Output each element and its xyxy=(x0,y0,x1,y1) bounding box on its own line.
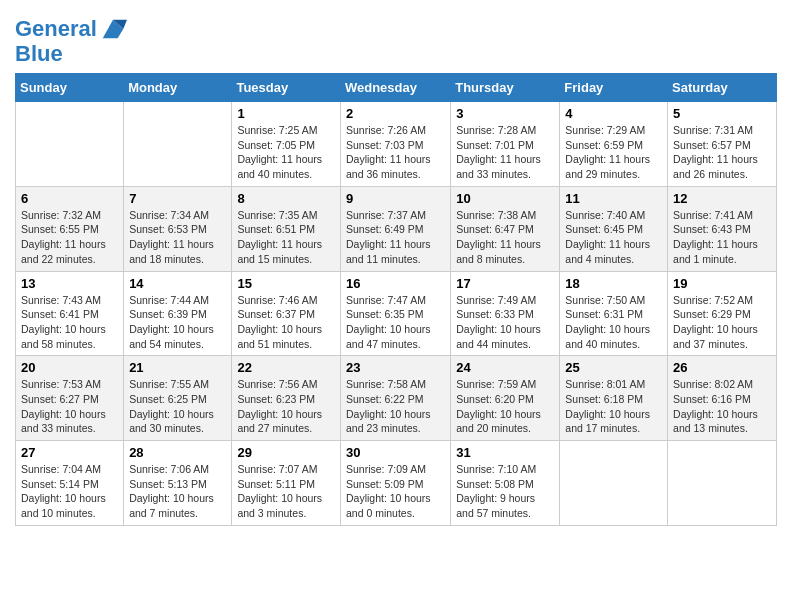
calendar-cell: 2Sunrise: 7:26 AM Sunset: 7:03 PM Daylig… xyxy=(340,102,450,187)
logo-icon xyxy=(99,15,127,43)
calendar-cell: 16Sunrise: 7:47 AM Sunset: 6:35 PM Dayli… xyxy=(340,271,450,356)
calendar-cell: 24Sunrise: 7:59 AM Sunset: 6:20 PM Dayli… xyxy=(451,356,560,441)
day-info: Sunrise: 7:40 AM Sunset: 6:45 PM Dayligh… xyxy=(565,208,662,267)
day-info: Sunrise: 7:52 AM Sunset: 6:29 PM Dayligh… xyxy=(673,293,771,352)
calendar-cell: 23Sunrise: 7:58 AM Sunset: 6:22 PM Dayli… xyxy=(340,356,450,441)
calendar-cell: 11Sunrise: 7:40 AM Sunset: 6:45 PM Dayli… xyxy=(560,186,668,271)
calendar-header-row: SundayMondayTuesdayWednesdayThursdayFrid… xyxy=(16,74,777,102)
calendar-cell xyxy=(668,441,777,526)
calendar-cell: 15Sunrise: 7:46 AM Sunset: 6:37 PM Dayli… xyxy=(232,271,341,356)
day-number: 12 xyxy=(673,191,771,206)
calendar-cell: 8Sunrise: 7:35 AM Sunset: 6:51 PM Daylig… xyxy=(232,186,341,271)
day-number: 5 xyxy=(673,106,771,121)
week-row: 6Sunrise: 7:32 AM Sunset: 6:55 PM Daylig… xyxy=(16,186,777,271)
calendar-cell: 18Sunrise: 7:50 AM Sunset: 6:31 PM Dayli… xyxy=(560,271,668,356)
day-number: 11 xyxy=(565,191,662,206)
header: General Blue xyxy=(15,10,777,65)
day-info: Sunrise: 7:28 AM Sunset: 7:01 PM Dayligh… xyxy=(456,123,554,182)
day-number: 18 xyxy=(565,276,662,291)
day-number: 6 xyxy=(21,191,118,206)
calendar-cell: 22Sunrise: 7:56 AM Sunset: 6:23 PM Dayli… xyxy=(232,356,341,441)
day-info: Sunrise: 7:38 AM Sunset: 6:47 PM Dayligh… xyxy=(456,208,554,267)
day-number: 30 xyxy=(346,445,445,460)
day-number: 21 xyxy=(129,360,226,375)
calendar-cell: 13Sunrise: 7:43 AM Sunset: 6:41 PM Dayli… xyxy=(16,271,124,356)
calendar-cell: 21Sunrise: 7:55 AM Sunset: 6:25 PM Dayli… xyxy=(124,356,232,441)
day-info: Sunrise: 7:53 AM Sunset: 6:27 PM Dayligh… xyxy=(21,377,118,436)
day-info: Sunrise: 7:07 AM Sunset: 5:11 PM Dayligh… xyxy=(237,462,335,521)
logo-blue-text: Blue xyxy=(15,43,63,65)
calendar-cell: 28Sunrise: 7:06 AM Sunset: 5:13 PM Dayli… xyxy=(124,441,232,526)
calendar-cell: 9Sunrise: 7:37 AM Sunset: 6:49 PM Daylig… xyxy=(340,186,450,271)
day-number: 15 xyxy=(237,276,335,291)
day-info: Sunrise: 7:31 AM Sunset: 6:57 PM Dayligh… xyxy=(673,123,771,182)
day-number: 19 xyxy=(673,276,771,291)
day-number: 14 xyxy=(129,276,226,291)
calendar-cell: 5Sunrise: 7:31 AM Sunset: 6:57 PM Daylig… xyxy=(668,102,777,187)
day-number: 31 xyxy=(456,445,554,460)
day-number: 28 xyxy=(129,445,226,460)
day-number: 10 xyxy=(456,191,554,206)
day-number: 9 xyxy=(346,191,445,206)
day-info: Sunrise: 7:46 AM Sunset: 6:37 PM Dayligh… xyxy=(237,293,335,352)
page: General Blue SundayMondayTuesdayWednesda… xyxy=(0,0,792,541)
day-number: 16 xyxy=(346,276,445,291)
day-info: Sunrise: 7:29 AM Sunset: 6:59 PM Dayligh… xyxy=(565,123,662,182)
calendar-cell: 30Sunrise: 7:09 AM Sunset: 5:09 PM Dayli… xyxy=(340,441,450,526)
day-number: 7 xyxy=(129,191,226,206)
column-header-saturday: Saturday xyxy=(668,74,777,102)
day-info: Sunrise: 8:01 AM Sunset: 6:18 PM Dayligh… xyxy=(565,377,662,436)
week-row: 20Sunrise: 7:53 AM Sunset: 6:27 PM Dayli… xyxy=(16,356,777,441)
calendar-cell: 6Sunrise: 7:32 AM Sunset: 6:55 PM Daylig… xyxy=(16,186,124,271)
week-row: 13Sunrise: 7:43 AM Sunset: 6:41 PM Dayli… xyxy=(16,271,777,356)
day-info: Sunrise: 7:58 AM Sunset: 6:22 PM Dayligh… xyxy=(346,377,445,436)
day-number: 4 xyxy=(565,106,662,121)
calendar-cell: 29Sunrise: 7:07 AM Sunset: 5:11 PM Dayli… xyxy=(232,441,341,526)
day-number: 8 xyxy=(237,191,335,206)
day-info: Sunrise: 7:06 AM Sunset: 5:13 PM Dayligh… xyxy=(129,462,226,521)
column-header-sunday: Sunday xyxy=(16,74,124,102)
day-info: Sunrise: 7:47 AM Sunset: 6:35 PM Dayligh… xyxy=(346,293,445,352)
day-info: Sunrise: 7:32 AM Sunset: 6:55 PM Dayligh… xyxy=(21,208,118,267)
day-number: 3 xyxy=(456,106,554,121)
day-number: 2 xyxy=(346,106,445,121)
calendar-cell xyxy=(16,102,124,187)
day-number: 17 xyxy=(456,276,554,291)
day-info: Sunrise: 7:35 AM Sunset: 6:51 PM Dayligh… xyxy=(237,208,335,267)
day-info: Sunrise: 7:41 AM Sunset: 6:43 PM Dayligh… xyxy=(673,208,771,267)
day-info: Sunrise: 7:26 AM Sunset: 7:03 PM Dayligh… xyxy=(346,123,445,182)
calendar-table: SundayMondayTuesdayWednesdayThursdayFrid… xyxy=(15,73,777,526)
day-number: 25 xyxy=(565,360,662,375)
logo-text: General xyxy=(15,18,97,40)
day-info: Sunrise: 7:43 AM Sunset: 6:41 PM Dayligh… xyxy=(21,293,118,352)
calendar-cell: 31Sunrise: 7:10 AM Sunset: 5:08 PM Dayli… xyxy=(451,441,560,526)
calendar-cell: 17Sunrise: 7:49 AM Sunset: 6:33 PM Dayli… xyxy=(451,271,560,356)
column-header-monday: Monday xyxy=(124,74,232,102)
calendar-cell: 19Sunrise: 7:52 AM Sunset: 6:29 PM Dayli… xyxy=(668,271,777,356)
day-info: Sunrise: 7:49 AM Sunset: 6:33 PM Dayligh… xyxy=(456,293,554,352)
day-info: Sunrise: 7:44 AM Sunset: 6:39 PM Dayligh… xyxy=(129,293,226,352)
week-row: 27Sunrise: 7:04 AM Sunset: 5:14 PM Dayli… xyxy=(16,441,777,526)
day-number: 20 xyxy=(21,360,118,375)
column-header-thursday: Thursday xyxy=(451,74,560,102)
column-header-friday: Friday xyxy=(560,74,668,102)
day-number: 22 xyxy=(237,360,335,375)
day-number: 26 xyxy=(673,360,771,375)
day-info: Sunrise: 7:59 AM Sunset: 6:20 PM Dayligh… xyxy=(456,377,554,436)
calendar-cell: 27Sunrise: 7:04 AM Sunset: 5:14 PM Dayli… xyxy=(16,441,124,526)
day-info: Sunrise: 7:50 AM Sunset: 6:31 PM Dayligh… xyxy=(565,293,662,352)
calendar-cell: 3Sunrise: 7:28 AM Sunset: 7:01 PM Daylig… xyxy=(451,102,560,187)
day-info: Sunrise: 7:09 AM Sunset: 5:09 PM Dayligh… xyxy=(346,462,445,521)
day-number: 24 xyxy=(456,360,554,375)
day-info: Sunrise: 7:04 AM Sunset: 5:14 PM Dayligh… xyxy=(21,462,118,521)
column-header-wednesday: Wednesday xyxy=(340,74,450,102)
day-info: Sunrise: 7:34 AM Sunset: 6:53 PM Dayligh… xyxy=(129,208,226,267)
day-number: 27 xyxy=(21,445,118,460)
calendar-cell: 20Sunrise: 7:53 AM Sunset: 6:27 PM Dayli… xyxy=(16,356,124,441)
logo: General Blue xyxy=(15,15,127,65)
day-info: Sunrise: 8:02 AM Sunset: 6:16 PM Dayligh… xyxy=(673,377,771,436)
day-info: Sunrise: 7:25 AM Sunset: 7:05 PM Dayligh… xyxy=(237,123,335,182)
day-number: 29 xyxy=(237,445,335,460)
calendar-cell xyxy=(124,102,232,187)
day-number: 13 xyxy=(21,276,118,291)
